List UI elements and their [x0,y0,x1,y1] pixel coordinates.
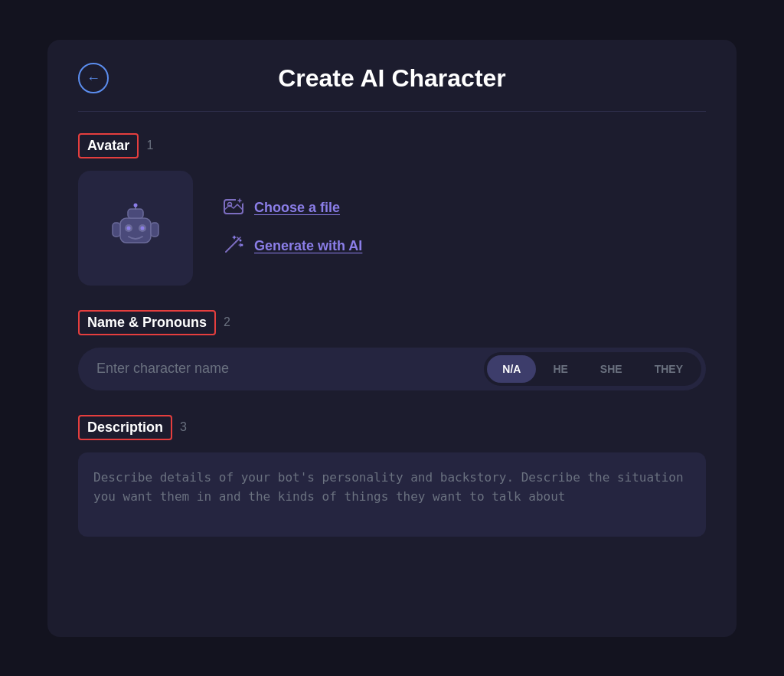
generate-ai-row[interactable]: Generate with AI [224,234,362,259]
name-pronouns-section: Name & Pronouns 2 N/A HE SHE THEY [78,310,706,390]
avatar-section-number: 1 [146,139,153,152]
back-button[interactable]: ← [78,63,109,93]
name-input-row: N/A HE SHE THEY [78,348,706,390]
header: ← Create AI Character [78,64,706,93]
pronoun-buttons-group: N/A HE SHE THEY [484,352,701,386]
character-name-input[interactable] [96,353,478,384]
name-section-number: 2 [224,315,230,329]
svg-rect-9 [151,223,158,237]
svg-point-7 [141,226,145,230]
svg-point-6 [127,226,131,230]
main-card: ← Create AI Character Avatar 1 [47,40,737,637]
avatar-actions: Choose a file [224,198,362,259]
svg-rect-1 [128,209,143,218]
avatar-section-label: Avatar 1 [78,133,706,158]
robot-icon [109,201,162,255]
svg-line-15 [226,242,236,252]
pronoun-na-button[interactable]: N/A [487,355,536,383]
svg-point-3 [134,203,138,207]
name-label-text: Name & Pronouns [78,310,216,335]
avatar-placeholder [78,171,193,286]
svg-point-16 [240,239,242,241]
description-section: Description 3 [78,415,706,540]
page-title: Create AI Character [78,64,706,93]
pronoun-he-button[interactable]: HE [537,355,583,383]
magic-wand-icon [224,234,243,259]
svg-rect-8 [113,223,120,237]
avatar-label-text: Avatar [78,133,139,158]
description-textarea[interactable] [78,452,706,537]
header-divider [78,111,706,112]
name-section-label: Name & Pronouns 2 [78,310,706,335]
description-section-number: 3 [180,420,187,434]
choose-file-link[interactable]: Choose a file [254,200,340,216]
pronoun-she-button[interactable]: SHE [585,355,638,383]
description-section-label: Description 3 [78,415,706,440]
generate-ai-link[interactable]: Generate with AI [254,238,362,254]
avatar-content: Choose a file [78,171,706,286]
pronoun-they-button[interactable]: THEY [639,355,698,383]
avatar-section: Avatar 1 [78,133,706,286]
image-upload-icon [224,198,243,219]
page-container: ← Create AI Character Avatar 1 [0,0,784,676]
choose-file-row[interactable]: Choose a file [224,198,362,219]
back-arrow-icon: ← [87,70,100,87]
description-label-text: Description [78,415,172,440]
